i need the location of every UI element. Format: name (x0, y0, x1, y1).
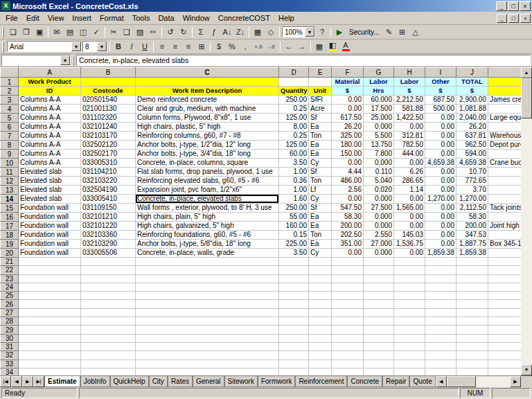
cell-D5[interactable]: 125.00 (279, 114, 309, 123)
cell-F26[interactable] (332, 300, 364, 308)
menu-item-tools[interactable]: Tools (128, 12, 154, 24)
new-workbook-icon[interactable]: ❏ (7, 26, 19, 38)
cell-F14[interactable]: 0.00 (332, 195, 364, 204)
help-button[interactable]: ? (316, 26, 328, 38)
decrease-decimal-button[interactable]: -.0 (265, 41, 278, 53)
cell-J28[interactable] (456, 317, 488, 326)
cell-H29[interactable] (394, 326, 425, 334)
cell-G30[interactable] (364, 334, 394, 342)
cell-F28[interactable] (332, 317, 364, 326)
cell-I10[interactable]: 4,659.38 (425, 159, 456, 168)
cell-C28[interactable] (136, 317, 279, 326)
cell-I28[interactable] (425, 317, 456, 326)
row-header-15[interactable]: 15 (1, 204, 19, 213)
cell-D34[interactable] (279, 368, 309, 375)
cell-C13[interactable]: Expansion joint, pvc foam, 1/2"x6" (136, 186, 279, 195)
cell-I24[interactable] (425, 283, 456, 291)
cell-G23[interactable] (364, 274, 394, 283)
cell-I9[interactable]: 0.00 (425, 150, 456, 159)
cell-K31[interactable] (488, 342, 522, 351)
cell-C15[interactable]: Wall forms , exterior, plywood, to 8' H,… (136, 204, 279, 213)
cell-I12[interactable]: 0.00 (425, 177, 456, 186)
column-header-A[interactable]: A (19, 68, 81, 78)
comma-style-button[interactable]: , (239, 41, 251, 53)
cell-K20[interactable] (488, 249, 522, 258)
cell-D29[interactable] (279, 326, 309, 334)
cell-A2[interactable]: ID (19, 87, 81, 96)
cell-C12[interactable]: Reinforcing elevated slabs, g60, #5 - #6 (136, 177, 279, 186)
chevron-down-icon[interactable]: ▼ (305, 27, 314, 37)
cell-A6[interactable]: Columns A-A (19, 123, 81, 132)
cell-F7[interactable]: 325.00 (332, 132, 364, 141)
cell-F8[interactable]: 180.00 (332, 141, 364, 150)
cell-D16[interactable]: 55.00 (279, 213, 309, 222)
cell-H3[interactable]: 2,212.50 (394, 96, 425, 105)
sheet-tab-quickhelp[interactable]: QuickHelp (110, 376, 149, 387)
cell-B7[interactable]: 032103170 (81, 132, 136, 141)
row-header-8[interactable]: 8 (1, 141, 19, 150)
cell-H1[interactable]: Labor (394, 78, 425, 87)
cell-J24[interactable] (456, 283, 488, 291)
cell-J30[interactable] (456, 334, 488, 342)
cell-K12[interactable] (488, 177, 522, 186)
cell-I16[interactable]: 0.00 (425, 213, 456, 222)
sheet-tab-city[interactable]: City (149, 376, 168, 387)
cell-G26[interactable] (364, 300, 394, 308)
workbook-close-button[interactable]: × (520, 14, 531, 23)
row-header-3[interactable]: 3 (1, 96, 19, 105)
cell-C30[interactable] (136, 334, 279, 342)
cell-C21[interactable] (136, 258, 279, 266)
cell-F23[interactable] (332, 274, 364, 283)
cell-E12[interactable]: Ton (309, 177, 332, 186)
cell-C32[interactable] (136, 351, 279, 360)
cell-G29[interactable] (364, 326, 394, 334)
menu-item-data[interactable]: Data (154, 12, 178, 24)
cell-K17[interactable]: Joint high r (488, 222, 522, 231)
security-button[interactable]: Security... (346, 28, 382, 36)
cell-A9[interactable]: Columns A-A (19, 150, 81, 159)
cell-A29[interactable] (19, 326, 81, 334)
maximize-button[interactable]: □ (508, 1, 519, 11)
cut-icon[interactable]: ✂ (107, 26, 120, 38)
cell-J13[interactable]: 3.70 (456, 186, 488, 195)
cell-K34[interactable] (488, 368, 522, 375)
cell-E10[interactable]: Cy (309, 159, 332, 168)
cell-E31[interactable] (309, 342, 332, 351)
cell-I29[interactable] (425, 326, 456, 334)
cell-B23[interactable] (81, 274, 136, 283)
cell-I32[interactable] (425, 351, 456, 360)
cell-C19[interactable]: Anchor bolts, j-type, 5/8"dia, 18" long (136, 240, 279, 249)
cell-B26[interactable] (81, 300, 136, 308)
cell-F1[interactable]: Material (332, 78, 364, 87)
scroll-right-icon[interactable]: ▶ (510, 376, 521, 387)
cell-H6[interactable]: 0.00 (394, 123, 425, 132)
cell-H4[interactable]: 581.88 (394, 105, 425, 114)
cell-K18[interactable] (488, 231, 522, 240)
cell-F34[interactable] (332, 368, 364, 375)
column-header-I[interactable]: I (425, 68, 456, 78)
cell-I26[interactable] (425, 300, 456, 308)
cell-K14[interactable] (488, 195, 522, 204)
cell-D13[interactable]: 1.00 (279, 186, 309, 195)
cell-I19[interactable]: 0.00 (425, 240, 456, 249)
cell-D28[interactable] (279, 317, 309, 326)
close-button[interactable]: × (520, 1, 531, 11)
cell-J23[interactable] (456, 274, 488, 283)
cell-K3[interactable]: James cre (488, 96, 522, 105)
row-header-28[interactable]: 28 (1, 317, 19, 326)
cell-D9[interactable]: 60.00 (279, 150, 309, 159)
cell-K29[interactable] (488, 326, 522, 334)
cell-A26[interactable] (19, 300, 81, 308)
cell-E30[interactable] (309, 334, 332, 342)
cell-G2[interactable]: Hrs (364, 87, 394, 96)
cell-D27[interactable] (279, 308, 309, 317)
cell-H9[interactable]: 444.00 (394, 150, 425, 159)
visual-basic-editor-icon[interactable]: ✎ (383, 26, 396, 38)
format-painter-icon[interactable]: ✏ (147, 26, 159, 38)
email-icon[interactable]: ✉ (51, 26, 63, 38)
cell-B4[interactable]: 021001130 (81, 105, 136, 114)
cell-E15[interactable]: Sf (309, 204, 332, 213)
cell-E4[interactable]: Acre (309, 105, 332, 114)
column-header-D[interactable]: D (279, 68, 309, 78)
cell-D20[interactable]: 3.50 (279, 249, 309, 258)
